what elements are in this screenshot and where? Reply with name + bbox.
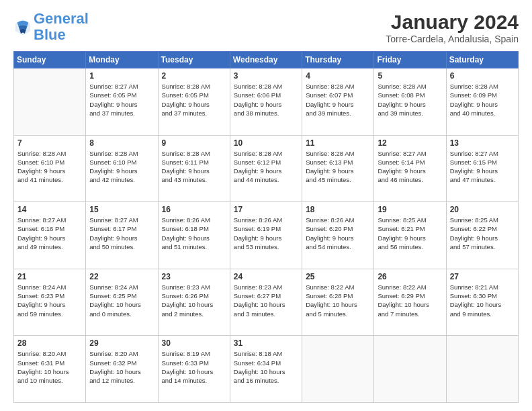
logo-icon [13, 17, 32, 36]
day-number: 27 [450, 272, 515, 281]
table-row [302, 336, 374, 403]
table-row: 7Sunrise: 8:28 AMSunset: 6:10 PMDaylight… [14, 135, 86, 202]
table-row: 20Sunrise: 8:25 AMSunset: 6:22 PMDayligh… [446, 202, 518, 269]
table-row: 5Sunrise: 8:28 AMSunset: 6:08 PMDaylight… [374, 68, 446, 136]
table-row: 8Sunrise: 8:28 AMSunset: 6:10 PMDaylight… [86, 135, 158, 202]
table-row: 19Sunrise: 8:25 AMSunset: 6:21 PMDayligh… [374, 202, 446, 269]
day-number: 11 [306, 138, 370, 148]
calendar-header-row: Sunday Monday Tuesday Wednesday Thursday… [14, 52, 519, 68]
day-number: 31 [234, 338, 298, 348]
day-info: Sunrise: 8:23 AMSunset: 6:26 PMDaylight:… [162, 283, 226, 318]
month-title: January 2024 [386, 11, 519, 34]
day-info: Sunrise: 8:26 AMSunset: 6:20 PMDaylight:… [306, 216, 370, 251]
day-number: 4 [306, 71, 370, 81]
day-number: 6 [450, 71, 515, 81]
table-row: 15Sunrise: 8:27 AMSunset: 6:17 PMDayligh… [86, 202, 158, 269]
day-info: Sunrise: 8:28 AMSunset: 6:10 PMDaylight:… [17, 149, 82, 185]
table-row: 24Sunrise: 8:23 AMSunset: 6:27 PMDayligh… [230, 269, 302, 336]
table-row: 14Sunrise: 8:27 AMSunset: 6:16 PMDayligh… [14, 202, 86, 269]
page: General Blue January 2024 Torre-Cardela,… [0, 0, 532, 411]
day-number: 22 [89, 272, 154, 281]
day-number: 18 [306, 205, 370, 214]
day-number: 24 [234, 272, 298, 281]
day-info: Sunrise: 8:22 AMSunset: 6:29 PMDaylight:… [378, 283, 442, 318]
col-monday: Monday [86, 52, 158, 68]
col-thursday: Thursday [302, 52, 374, 68]
day-info: Sunrise: 8:27 AMSunset: 6:05 PMDaylight:… [89, 82, 154, 118]
title-block: January 2024 Torre-Cardela, Andalusia, S… [386, 11, 519, 44]
week-row-3: 14Sunrise: 8:27 AMSunset: 6:16 PMDayligh… [14, 202, 519, 269]
col-tuesday: Tuesday [158, 52, 230, 68]
day-number: 28 [17, 338, 82, 348]
col-friday: Friday [374, 52, 446, 68]
day-number: 25 [306, 272, 370, 281]
table-row: 22Sunrise: 8:24 AMSunset: 6:25 PMDayligh… [86, 269, 158, 336]
day-number: 17 [234, 205, 298, 214]
table-row: 29Sunrise: 8:20 AMSunset: 6:32 PMDayligh… [86, 336, 158, 403]
day-number: 5 [378, 71, 442, 81]
day-number: 10 [234, 138, 298, 148]
day-info: Sunrise: 8:28 AMSunset: 6:12 PMDaylight:… [234, 149, 298, 185]
day-number: 16 [162, 205, 226, 214]
table-row: 4Sunrise: 8:28 AMSunset: 6:07 PMDaylight… [302, 68, 374, 136]
header: General Blue January 2024 Torre-Cardela,… [13, 11, 519, 44]
col-wednesday: Wednesday [230, 52, 302, 68]
day-number: 26 [378, 272, 442, 281]
calendar-table: Sunday Monday Tuesday Wednesday Thursday… [13, 51, 519, 403]
day-number: 12 [378, 138, 442, 148]
day-info: Sunrise: 8:27 AMSunset: 6:16 PMDaylight:… [17, 216, 82, 251]
table-row: 18Sunrise: 8:26 AMSunset: 6:20 PMDayligh… [302, 202, 374, 269]
table-row: 12Sunrise: 8:27 AMSunset: 6:14 PMDayligh… [374, 135, 446, 202]
table-row [14, 68, 86, 136]
logo: General Blue [13, 11, 89, 43]
table-row [446, 336, 518, 403]
day-info: Sunrise: 8:28 AMSunset: 6:09 PMDaylight:… [450, 82, 515, 118]
table-row: 9Sunrise: 8:28 AMSunset: 6:11 PMDaylight… [158, 135, 230, 202]
day-info: Sunrise: 8:20 AMSunset: 6:32 PMDaylight:… [89, 349, 154, 385]
day-number: 19 [378, 205, 442, 214]
day-info: Sunrise: 8:20 AMSunset: 6:31 PMDaylight:… [17, 349, 82, 385]
table-row: 23Sunrise: 8:23 AMSunset: 6:26 PMDayligh… [158, 269, 230, 336]
day-number: 15 [89, 205, 154, 214]
day-info: Sunrise: 8:28 AMSunset: 6:05 PMDaylight:… [162, 82, 226, 118]
table-row: 31Sunrise: 8:18 AMSunset: 6:34 PMDayligh… [230, 336, 302, 403]
day-number: 13 [450, 138, 515, 148]
table-row: 6Sunrise: 8:28 AMSunset: 6:09 PMDaylight… [446, 68, 518, 136]
day-info: Sunrise: 8:23 AMSunset: 6:27 PMDaylight:… [234, 283, 298, 318]
week-row-4: 21Sunrise: 8:24 AMSunset: 6:23 PMDayligh… [14, 269, 519, 336]
table-row: 10Sunrise: 8:28 AMSunset: 6:12 PMDayligh… [230, 135, 302, 202]
table-row: 1Sunrise: 8:27 AMSunset: 6:05 PMDaylight… [86, 68, 158, 136]
table-row: 3Sunrise: 8:28 AMSunset: 6:06 PMDaylight… [230, 68, 302, 136]
day-number: 20 [450, 205, 515, 214]
table-row: 21Sunrise: 8:24 AMSunset: 6:23 PMDayligh… [14, 269, 86, 336]
day-number: 3 [234, 71, 298, 81]
logo-line1: General [34, 10, 89, 27]
day-info: Sunrise: 8:28 AMSunset: 6:11 PMDaylight:… [162, 149, 226, 185]
table-row: 2Sunrise: 8:28 AMSunset: 6:05 PMDaylight… [158, 68, 230, 136]
day-info: Sunrise: 8:28 AMSunset: 6:07 PMDaylight:… [306, 82, 370, 118]
day-info: Sunrise: 8:28 AMSunset: 6:08 PMDaylight:… [378, 82, 442, 118]
day-info: Sunrise: 8:26 AMSunset: 6:19 PMDaylight:… [234, 216, 298, 251]
day-info: Sunrise: 8:27 AMSunset: 6:15 PMDaylight:… [450, 149, 515, 185]
day-info: Sunrise: 8:28 AMSunset: 6:13 PMDaylight:… [306, 149, 370, 185]
day-number: 7 [17, 138, 82, 148]
day-number: 14 [17, 205, 82, 214]
table-row: 30Sunrise: 8:19 AMSunset: 6:33 PMDayligh… [158, 336, 230, 403]
day-info: Sunrise: 8:24 AMSunset: 6:25 PMDaylight:… [89, 283, 154, 318]
day-info: Sunrise: 8:24 AMSunset: 6:23 PMDaylight:… [17, 283, 82, 318]
week-row-1: 1Sunrise: 8:27 AMSunset: 6:05 PMDaylight… [14, 68, 519, 136]
table-row: 13Sunrise: 8:27 AMSunset: 6:15 PMDayligh… [446, 135, 518, 202]
day-number: 2 [162, 71, 226, 81]
day-info: Sunrise: 8:25 AMSunset: 6:22 PMDaylight:… [450, 216, 515, 251]
logo-line2: Blue [34, 26, 66, 43]
day-number: 29 [89, 338, 154, 348]
day-info: Sunrise: 8:25 AMSunset: 6:21 PMDaylight:… [378, 216, 442, 251]
location: Torre-Cardela, Andalusia, Spain [386, 34, 519, 44]
day-number: 9 [162, 138, 226, 148]
day-info: Sunrise: 8:27 AMSunset: 6:17 PMDaylight:… [89, 216, 154, 251]
week-row-2: 7Sunrise: 8:28 AMSunset: 6:10 PMDaylight… [14, 135, 519, 202]
table-row: 16Sunrise: 8:26 AMSunset: 6:18 PMDayligh… [158, 202, 230, 269]
table-row: 28Sunrise: 8:20 AMSunset: 6:31 PMDayligh… [14, 336, 86, 403]
day-number: 23 [162, 272, 226, 281]
table-row: 27Sunrise: 8:21 AMSunset: 6:30 PMDayligh… [446, 269, 518, 336]
